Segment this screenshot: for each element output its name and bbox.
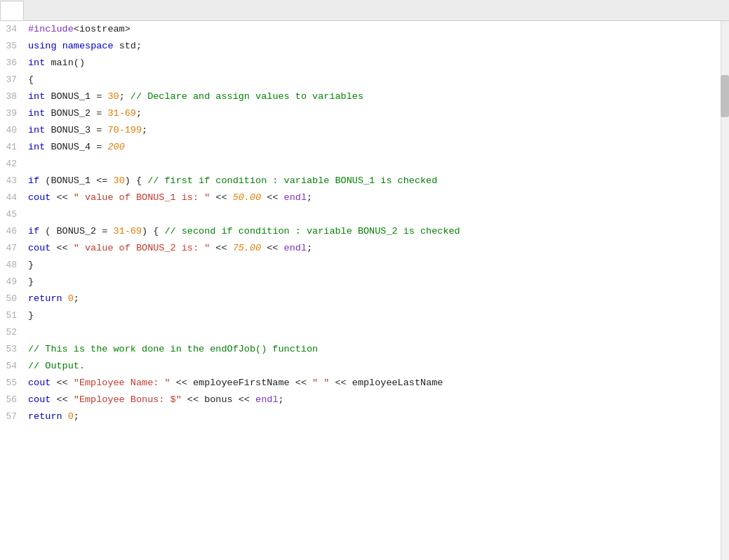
line-number: 48 (6, 257, 17, 274)
code-line: int BONUS_1 = 30; // Declare and assign … (28, 88, 715, 105)
token: 31-69 (107, 108, 136, 119)
line-number: 56 (6, 392, 17, 408)
code-area: #include<iostream>using namespace std;in… (22, 21, 729, 560)
token: 30 (107, 91, 119, 102)
tab-bar (0, 0, 729, 21)
token: } (28, 260, 34, 270)
token: ( BONUS_2 = (39, 226, 113, 236)
token: if (28, 226, 39, 236)
line-number: 40 (6, 122, 17, 139)
editor-container: 3435363738394041424344454647484950515253… (0, 21, 729, 560)
token: int (28, 125, 45, 135)
token (62, 411, 68, 422)
token (57, 41, 62, 51)
token: " value of BONUS_2 is: " (74, 243, 210, 253)
token: << (51, 192, 73, 203)
line-number: 52 (6, 324, 17, 341)
line-number: 42 (6, 156, 17, 173)
token: " " (312, 378, 329, 388)
code-line: if (BONUS_1 <= 30) { // first if conditi… (28, 173, 715, 189)
token: ; (74, 293, 79, 304)
code-line: cout << " value of BONUS_1 is: " << 50.0… (28, 189, 715, 206)
token: << (261, 192, 283, 203)
line-number: 46 (6, 223, 17, 240)
token: ; (307, 243, 312, 253)
token: ; (142, 125, 147, 135)
token: BONUS_4 = (45, 142, 107, 152)
scrollbar-thumb[interactable] (721, 75, 729, 117)
token: BONUS_1 = (45, 91, 107, 102)
code-line: int BONUS_4 = 200 (28, 139, 715, 156)
code-line: return 0; (28, 408, 715, 425)
token: << bonus << (182, 394, 255, 405)
line-number: 53 (6, 341, 17, 358)
line-number: 37 (6, 72, 17, 88)
token: (BONUS_1 <= (39, 175, 113, 186)
token: << (51, 394, 73, 405)
line-number: 47 (6, 240, 17, 257)
token: " value of BONUS_1 is: " (74, 192, 210, 203)
token: << employeeFirstName << (170, 378, 313, 388)
token: << (210, 192, 232, 203)
token: endl (284, 243, 307, 253)
token: <iostream> (74, 24, 131, 34)
token: 75.00 (233, 243, 262, 253)
token: endl (255, 394, 278, 405)
token: int (28, 91, 45, 102)
token: // first if condition : variable BONUS_1… (147, 175, 437, 186)
line-number: 44 (6, 189, 17, 206)
token: ; (136, 108, 142, 119)
code-line: } (28, 274, 715, 291)
code-line: if ( BONUS_2 = 31-69) { // second if con… (28, 223, 715, 240)
token: 200 (107, 142, 124, 152)
code-line: #include<iostream> (28, 21, 715, 38)
line-numbers: 3435363738394041424344454647484950515253… (0, 21, 22, 560)
token: "Employee Name: " (74, 378, 170, 388)
token: return (28, 411, 62, 422)
token: cout (28, 192, 51, 203)
token (62, 293, 68, 304)
token: using (28, 41, 57, 51)
token: ; (278, 394, 283, 405)
line-number: 55 (6, 375, 17, 392)
file-tab[interactable] (0, 1, 24, 20)
scrollbar-track[interactable] (721, 21, 729, 560)
token: 31-69 (114, 226, 142, 236)
code-line: int main() (28, 55, 715, 72)
line-number: 39 (6, 105, 17, 122)
line-number: 51 (6, 307, 17, 324)
code-line: } (28, 307, 715, 324)
token: BONUS_3 = (45, 125, 107, 135)
code-line: // Output. (28, 358, 715, 375)
token: << (210, 243, 232, 253)
token: 70-199 (107, 125, 142, 135)
token: // Declare and assign values to variable… (131, 91, 363, 102)
token: int (28, 142, 45, 152)
code-line: int BONUS_2 = 31-69; (28, 105, 715, 122)
token: main() (45, 58, 85, 68)
token: cout (28, 394, 51, 405)
code-line (28, 324, 715, 341)
token: << (261, 243, 283, 253)
token: // This is the work done in the endOfJob… (28, 344, 318, 354)
token: "Employee Bonus: $" (74, 394, 182, 405)
token: ) { (142, 226, 164, 236)
line-number: 34 (6, 21, 17, 38)
token: } (28, 310, 34, 321)
token: << employeeLastName (329, 378, 443, 388)
code-line: } (28, 257, 715, 274)
token: int (28, 108, 45, 119)
token: 0 (68, 293, 74, 304)
code-line: int BONUS_3 = 70-199; (28, 122, 715, 139)
line-number: 38 (6, 88, 17, 105)
token: // Output. (28, 361, 85, 371)
code-line (28, 156, 715, 173)
token: ) { (125, 175, 147, 186)
token: ; (119, 91, 131, 102)
line-number: 57 (6, 408, 17, 425)
code-line: { (28, 72, 715, 88)
token: return (28, 293, 62, 304)
token: cout (28, 243, 51, 253)
code-line: cout << "Employee Name: " << employeeFir… (28, 375, 715, 392)
token: endl (284, 192, 307, 203)
